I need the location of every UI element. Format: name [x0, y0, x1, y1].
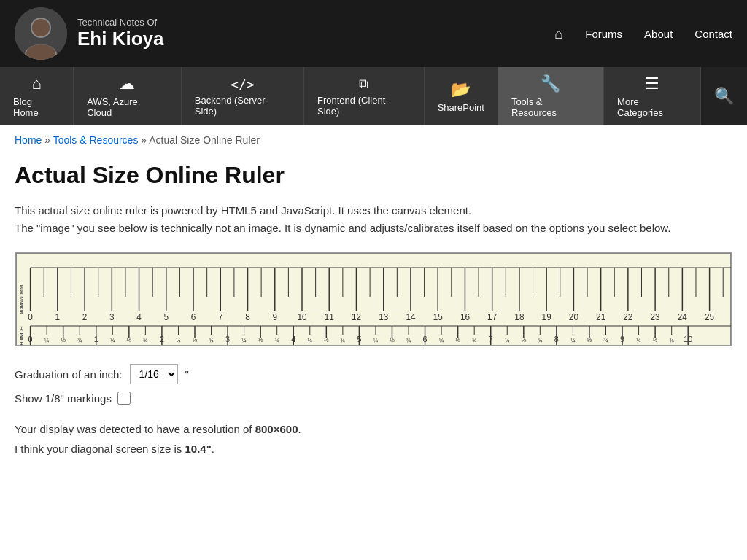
desc-line2: The "image" you see below is technically… [15, 219, 732, 237]
resolution-value: 800×600 [255, 423, 298, 435]
graduation-label: Graduation of an inch: [15, 368, 123, 381]
breadcrumb-current: Actual Size Online Ruler [149, 134, 260, 146]
svg-text:7: 7 [218, 312, 223, 322]
nav-backend[interactable]: </> Backend (Server-Side) [182, 67, 304, 125]
nav-aws-cloud[interactable]: ☁ AWS, Azure, Cloud [74, 67, 182, 125]
frontend-icon: ⧉ [359, 77, 368, 92]
nav-more-categories[interactable]: ☰ More Categories [604, 67, 701, 125]
breadcrumb-home-link[interactable]: Home [15, 134, 42, 146]
svg-text:24: 24 [678, 312, 687, 322]
search-button[interactable]: 🔍 [701, 67, 747, 125]
svg-point-3 [32, 19, 50, 36]
svg-text:5: 5 [357, 335, 361, 343]
show-markings-checkbox[interactable] [117, 392, 131, 405]
svg-text:16: 16 [460, 312, 470, 322]
svg-text:¼: ¼ [176, 337, 181, 343]
svg-text:17: 17 [487, 312, 497, 322]
svg-text:½: ½ [324, 337, 329, 343]
svg-text:3: 3 [109, 312, 115, 322]
svg-text:¼: ¼ [110, 337, 115, 343]
svg-text:10: 10 [297, 312, 306, 322]
svg-text:6: 6 [423, 335, 427, 343]
main-nav: ⌂ Blog Home ☁ AWS, Azure, Cloud </> Back… [0, 67, 747, 125]
breadcrumb-sep2: » [141, 134, 149, 146]
menu-icon: ☰ [645, 74, 659, 93]
svg-text:½: ½ [390, 337, 395, 343]
tools-icon: 🔧 [541, 74, 560, 93]
svg-text:½: ½ [61, 337, 66, 343]
svg-text:20: 20 [569, 312, 578, 322]
breadcrumb: Home » Tools & Resources » Actual Size O… [0, 125, 747, 155]
site-title-block: Technical Notes Of Ehi Kioya [77, 17, 163, 50]
svg-text:¼: ¼ [439, 337, 444, 343]
svg-text:¾: ¾ [77, 337, 82, 343]
header-about-link[interactable]: About [644, 28, 673, 40]
header-forums-link[interactable]: Forums [585, 28, 622, 40]
ruler-svg: MM CM INCH 0 1 2 3 [16, 253, 731, 346]
svg-text:¼: ¼ [44, 337, 50, 343]
nav-more-label: More Categories [617, 96, 687, 118]
svg-text:¾: ¾ [274, 337, 279, 343]
svg-text:4: 4 [291, 335, 295, 343]
svg-text:¾: ¾ [406, 337, 411, 343]
svg-text:1: 1 [94, 335, 98, 343]
resolution-info: Your display was detected to have a reso… [15, 419, 732, 439]
site-branding: Technical Notes Of Ehi Kioya [15, 7, 163, 60]
code-icon: </> [231, 77, 255, 92]
site-header: Technical Notes Of Ehi Kioya ⌂ Forums Ab… [0, 0, 747, 67]
diagonal-suffix: . [212, 443, 214, 455]
nav-tools-resources[interactable]: 🔧 Tools & Resources [498, 67, 604, 125]
svg-text:¼: ¼ [636, 337, 641, 343]
svg-text:13: 13 [379, 312, 388, 322]
svg-text:23: 23 [651, 312, 660, 322]
nav-sharepoint[interactable]: 📂 SharePoint [425, 67, 498, 125]
resolution-suffix: . [298, 423, 301, 435]
show-markings-row: Show 1/8" markings [15, 392, 732, 405]
show-markings-label[interactable]: Show 1/8" markings [15, 392, 131, 405]
svg-text:18: 18 [514, 312, 524, 322]
svg-text:8: 8 [554, 335, 559, 343]
header-contact-link[interactable]: Contact [694, 28, 732, 40]
nav-aws-label: AWS, Azure, Cloud [87, 96, 168, 118]
page-title: Actual Size Online Ruler [15, 162, 732, 189]
desc-line1: This actual size online ruler is powered… [15, 202, 732, 219]
page-description: This actual size online ruler is powered… [15, 202, 732, 237]
svg-text:1: 1 [55, 312, 61, 322]
nav-blog-home-label: Blog Home [13, 96, 60, 118]
svg-text:¼: ¼ [308, 337, 313, 343]
svg-text:10: 10 [684, 335, 692, 343]
header-home-link[interactable]: ⌂ [554, 26, 563, 42]
breadcrumb-category-link[interactable]: Tools & Resources [53, 134, 139, 146]
svg-text:½: ½ [653, 337, 658, 343]
site-subtitle: Technical Notes Of [77, 17, 163, 28]
svg-text:¾: ¾ [472, 337, 477, 343]
svg-text:9: 9 [620, 335, 624, 343]
search-icon: 🔍 [714, 87, 734, 106]
svg-text:12: 12 [352, 312, 361, 322]
breadcrumb-sep1: » [44, 134, 53, 146]
show-markings-text: Show 1/8" markings [15, 392, 112, 405]
svg-text:25: 25 [705, 312, 714, 322]
nav-blog-home[interactable]: ⌂ Blog Home [0, 67, 74, 125]
avatar [15, 7, 67, 60]
svg-text:½: ½ [522, 337, 527, 343]
resolution-prefix: Your display was detected to have a reso… [15, 423, 255, 435]
svg-text:¾: ¾ [669, 337, 674, 343]
nav-frontend[interactable]: ⧉ Frontend (Client-Side) [304, 67, 425, 125]
svg-text:22: 22 [623, 312, 632, 322]
svg-text:¾: ¾ [341, 337, 346, 343]
graduation-select[interactable]: 1/16 1/8 1/4 1/2 [130, 364, 178, 384]
svg-text:5: 5 [164, 312, 169, 322]
svg-text:½: ½ [258, 337, 263, 343]
diagonal-prefix: I think your diagonal screen size is [15, 443, 185, 455]
svg-text:2: 2 [160, 335, 164, 343]
blog-home-icon: ⌂ [31, 74, 41, 93]
graduation-unit: " [185, 368, 189, 381]
nav-backend-label: Backend (Server-Side) [195, 95, 290, 117]
svg-text:½: ½ [127, 337, 132, 343]
svg-text:19: 19 [542, 312, 551, 322]
header-nav: ⌂ Forums About Contact [554, 26, 732, 42]
nav-tools-label: Tools & Resources [511, 96, 590, 118]
nav-frontend-label: Frontend (Client-Side) [317, 95, 411, 117]
svg-text:15: 15 [433, 312, 443, 322]
